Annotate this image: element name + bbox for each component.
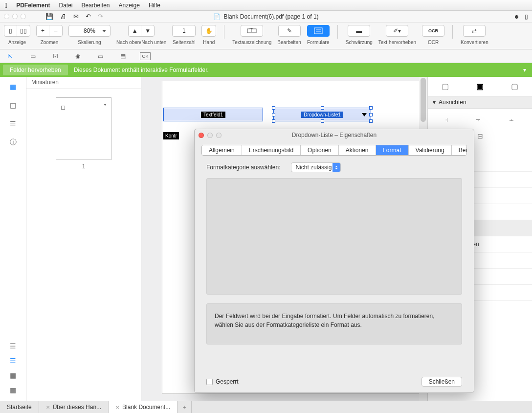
tab-about[interactable]: ✕Über dieses Han...: [39, 401, 109, 413]
combobox-tool-icon[interactable]: ▭: [95, 52, 106, 60]
align-left-icon[interactable]: ⫞: [445, 115, 448, 123]
close-window-icon[interactable]: [4, 14, 9, 19]
form-info-bar: Felder hervorheben Dieses Dokument enthä…: [0, 63, 532, 77]
checkbox-tool-icon[interactable]: ☑: [50, 52, 61, 60]
tab-actions[interactable]: Aktionen: [339, 145, 376, 155]
rail-icon-3[interactable]: ▦: [8, 371, 18, 379]
resize-handle[interactable]: [272, 113, 275, 116]
menu-view[interactable]: Anzeige: [119, 2, 140, 9]
resize-handle[interactable]: [369, 119, 373, 123]
edit-button[interactable]: ✎: [278, 25, 301, 37]
tab-appearance[interactable]: Erscheinungsbild: [242, 145, 301, 155]
align-section-header[interactable]: ▾Ausrichten: [428, 96, 532, 109]
rtab-1-icon[interactable]: ▢: [442, 82, 449, 91]
thumbnail-panel: Miniaturen 1: [26, 77, 141, 401]
page-down-icon[interactable]: ▼: [141, 25, 154, 36]
rail-icon-2[interactable]: ☰: [8, 357, 18, 365]
thumbnails-tab-icon[interactable]: ▦: [8, 83, 18, 91]
device-icon[interactable]: ▯: [525, 13, 528, 20]
zoom-in-icon[interactable]: +: [37, 25, 49, 36]
resize-handle[interactable]: [321, 119, 324, 123]
tab-options[interactable]: Optionen: [301, 145, 339, 155]
dialog-tabs: Allgemein Erscheinungsbild Optionen Akti…: [201, 145, 467, 156]
locked-label[interactable]: Gesperrt: [216, 378, 239, 385]
hand-tool-button[interactable]: ✋: [201, 25, 216, 37]
close-tab-icon[interactable]: ✕: [115, 405, 119, 410]
select-stepper-icon: [332, 163, 340, 172]
redo-icon[interactable]: ↷: [98, 13, 103, 20]
mail-icon[interactable]: ✉: [73, 13, 79, 20]
resize-handle[interactable]: [369, 113, 373, 116]
apple-menu-icon[interactable]: : [5, 1, 7, 9]
scrollbar-thumb[interactable]: [421, 78, 426, 122]
convert-button[interactable]: ⇄: [463, 25, 486, 37]
dialog-close-icon[interactable]: [199, 133, 204, 138]
zoom-out-icon[interactable]: –: [49, 25, 62, 36]
highlight-button[interactable]: ✐▾: [386, 25, 408, 37]
dialog-title: Dropdown-Liste – Eigenschaften: [292, 132, 377, 138]
zoom-select[interactable]: 80%: [68, 25, 111, 37]
tab-format[interactable]: Format: [376, 145, 409, 155]
undo-icon[interactable]: ↶: [86, 13, 91, 20]
resize-handle[interactable]: [272, 106, 275, 110]
rail-icon-4[interactable]: ▦: [8, 386, 18, 394]
info-tab-icon[interactable]: ⓘ: [8, 138, 18, 146]
resize-handle[interactable]: [369, 106, 373, 110]
resize-handle[interactable]: [321, 106, 324, 110]
highlight-label: Text hervorheben: [378, 40, 416, 45]
rtab-3-icon[interactable]: ▢: [511, 82, 518, 91]
single-page-icon[interactable]: ▯: [4, 25, 17, 36]
page-thumbnail[interactable]: [56, 97, 111, 160]
markup-label: Textauszeichnung: [232, 40, 271, 45]
document-tabbar: Startseite ✕Über dieses Han... ✕Blank Do…: [0, 401, 532, 413]
control-field-label[interactable]: Kontr: [163, 132, 179, 139]
button-tool-icon[interactable]: OK: [140, 52, 151, 60]
account-icon[interactable]: ☻: [513, 13, 520, 20]
resize-handle[interactable]: [272, 119, 275, 123]
menu-edit[interactable]: Bearbeiten: [82, 2, 110, 9]
markup-button[interactable]: T: [241, 25, 263, 37]
bookmarks-tab-icon[interactable]: ◫: [8, 101, 18, 109]
dialog-titlebar[interactable]: Dropdown-Liste – Eigenschaften: [195, 129, 474, 141]
align-right-icon[interactable]: ⫠: [508, 115, 515, 123]
listbox-tool-icon[interactable]: ▤: [117, 52, 128, 60]
two-page-icon[interactable]: ▯▯: [17, 25, 30, 36]
tab-home[interactable]: Startseite: [0, 401, 39, 413]
tab-general[interactable]: Allgemein: [202, 145, 242, 155]
add-tab-button[interactable]: +: [177, 401, 192, 413]
distribute-icon[interactable]: ⊟: [477, 132, 483, 140]
chevron-down-icon[interactable]: ▾: [523, 67, 526, 73]
format-category-select[interactable]: Nicht zulässig: [291, 162, 341, 172]
text-field[interactable]: Textfeld1: [163, 108, 263, 121]
page-num-group: 1 Seitenzahl: [172, 25, 196, 45]
print-icon[interactable]: 🖨: [60, 13, 66, 20]
close-button[interactable]: Schließen: [421, 377, 462, 387]
menu-file[interactable]: Datei: [59, 2, 72, 9]
align-center-icon[interactable]: ⫟: [475, 115, 482, 123]
forms-button[interactable]: [307, 25, 330, 37]
tab-document[interactable]: ✕Blank Document...: [109, 401, 177, 413]
tab-label: Blank Document...: [122, 404, 170, 411]
menu-help[interactable]: Hilfe: [149, 2, 160, 9]
save-icon[interactable]: 💾: [45, 13, 53, 20]
ocr-button[interactable]: OCR: [422, 25, 444, 37]
minimize-window-icon[interactable]: [12, 14, 18, 19]
highlight-fields-button[interactable]: Felder hervorheben: [3, 65, 68, 75]
redact-button[interactable]: ▬: [348, 25, 370, 37]
page-up-icon[interactable]: ▲: [129, 25, 141, 36]
close-tab-icon[interactable]: ✕: [46, 405, 50, 410]
textfield-tool-icon[interactable]: ▭: [27, 52, 38, 60]
radio-tool-icon[interactable]: ◉: [72, 52, 83, 60]
rail-icon-1[interactable]: ☰: [8, 342, 18, 350]
tab-validate[interactable]: Validierung: [409, 145, 452, 155]
dropdown-field[interactable]: Dropdown-Liste1: [273, 108, 371, 121]
locked-checkbox[interactable]: [206, 379, 213, 385]
zoom-window-icon[interactable]: [21, 14, 26, 19]
page-number-input[interactable]: 1: [172, 25, 196, 37]
select-cursor-icon[interactable]: ⇱: [5, 52, 16, 60]
tab-calculate[interactable]: Berechnung: [452, 145, 467, 155]
updown-label: Nach oben/Nach unten: [116, 40, 166, 45]
outline-tab-icon[interactable]: ☰: [8, 120, 18, 128]
rtab-2-icon[interactable]: ▣: [476, 82, 484, 91]
app-name[interactable]: PDFelement: [16, 2, 50, 9]
